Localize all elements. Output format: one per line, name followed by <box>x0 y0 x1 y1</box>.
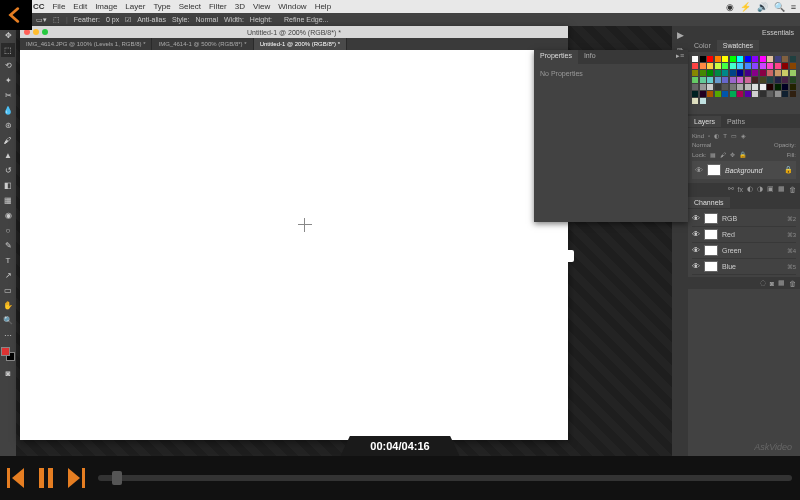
swatch[interactable] <box>752 77 758 83</box>
swatch[interactable] <box>760 91 766 97</box>
properties-panel[interactable]: Properties Info ▸≡ No Properties <box>534 50 688 222</box>
swatch[interactable] <box>760 63 766 69</box>
trash-icon[interactable]: 🗑 <box>789 186 796 193</box>
swatch[interactable] <box>767 84 773 90</box>
blend-mode[interactable]: Normal <box>692 142 711 148</box>
adjust-icon[interactable]: ◑ <box>757 185 763 193</box>
channel-row[interactable]: 👁RGB⌘2 <box>692 211 796 227</box>
new-layer-icon[interactable]: ▦ <box>778 185 785 193</box>
pen-tool[interactable]: ✎ <box>1 238 15 252</box>
menu-view[interactable]: View <box>253 2 270 11</box>
swatch[interactable] <box>700 77 706 83</box>
filter-smart-icon[interactable]: ◈ <box>741 132 746 139</box>
swatch[interactable] <box>737 77 743 83</box>
crop-tool[interactable]: ✂ <box>1 88 15 102</box>
swatch[interactable] <box>790 56 796 62</box>
wifi-icon[interactable]: ⚡ <box>740 2 751 12</box>
swatch[interactable] <box>767 70 773 76</box>
info-tab[interactable]: Info <box>578 50 602 64</box>
move-tool[interactable]: ✥ <box>1 28 15 42</box>
swatch[interactable] <box>760 77 766 83</box>
video-scrubber[interactable] <box>98 475 792 481</box>
stamp-tool[interactable]: ▲ <box>1 148 15 162</box>
swatch[interactable] <box>692 70 698 76</box>
layer-name[interactable]: Background <box>725 167 780 174</box>
swatch[interactable] <box>700 98 706 104</box>
visibility-icon[interactable]: 👁 <box>692 230 700 239</box>
antialias-checkbox[interactable]: ☑ <box>125 16 131 24</box>
swatch[interactable] <box>722 91 728 97</box>
tool-preset-icon[interactable]: ▭▾ <box>36 16 47 24</box>
pause-button[interactable] <box>32 460 60 496</box>
swatch[interactable] <box>715 70 721 76</box>
menu-select[interactable]: Select <box>179 2 201 11</box>
swatch[interactable] <box>745 56 751 62</box>
play-icon[interactable]: ▶ <box>677 30 684 40</box>
swatch[interactable] <box>707 91 713 97</box>
swatch[interactable] <box>692 91 698 97</box>
type-tool[interactable]: T <box>1 253 15 267</box>
swatch[interactable] <box>715 56 721 62</box>
swatch[interactable] <box>775 84 781 90</box>
visibility-icon[interactable]: 👁 <box>692 214 700 223</box>
quickmask-tool[interactable]: ◙ <box>1 366 15 380</box>
swatch[interactable] <box>767 91 773 97</box>
canvas[interactable] <box>20 50 568 440</box>
filter-adj-icon[interactable]: ◐ <box>714 132 719 139</box>
prev-button[interactable] <box>2 460 30 496</box>
swatch[interactable] <box>730 77 736 83</box>
layer-row-background[interactable]: 👁 Background 🔒 <box>692 161 796 179</box>
menu-filter[interactable]: Filter <box>209 2 227 11</box>
menu-help[interactable]: Help <box>315 2 331 11</box>
swatch[interactable] <box>775 77 781 83</box>
document-titlebar[interactable]: Untitled-1 @ 200% (RGB/8*) * <box>20 26 568 38</box>
trash-channel-icon[interactable]: 🗑 <box>789 280 796 287</box>
tab-2[interactable]: Untitled-1 @ 200% (RGB/8*) * <box>254 38 347 50</box>
hand-tool[interactable]: ✋ <box>1 298 15 312</box>
filter-shape-icon[interactable]: ▭ <box>731 132 737 139</box>
edit-toolbar-icon[interactable]: ⋯ <box>1 328 15 342</box>
next-button[interactable] <box>62 460 90 496</box>
swatch[interactable] <box>730 91 736 97</box>
swatch[interactable] <box>700 56 706 62</box>
lock-trans-icon[interactable]: ▦ <box>710 151 716 158</box>
filter-type-icon[interactable]: T <box>723 133 727 139</box>
swatch[interactable] <box>722 84 728 90</box>
heal-tool[interactable]: ⊛ <box>1 118 15 132</box>
tab-0[interactable]: IMG_4614.JPG @ 100% (Levels 1, RGB/8) * <box>20 38 152 50</box>
visibility-icon[interactable]: 👁 <box>692 246 700 255</box>
swatch[interactable] <box>790 91 796 97</box>
panel-menu-icon[interactable]: ▸≡ <box>672 50 688 64</box>
swatch[interactable] <box>700 84 706 90</box>
scrubber-thumb[interactable] <box>112 471 122 485</box>
swatch[interactable] <box>745 84 751 90</box>
mask-icon[interactable]: ◐ <box>747 185 753 193</box>
swatch[interactable] <box>752 84 758 90</box>
new-channel-icon[interactable]: ▦ <box>778 279 785 287</box>
lock-pixel-icon[interactable]: 🖌 <box>720 152 726 158</box>
eraser-tool[interactable]: ◧ <box>1 178 15 192</box>
brush-tool[interactable]: 🖌 <box>1 133 15 147</box>
swatch[interactable] <box>692 98 698 104</box>
swatches-tab[interactable]: Swatches <box>717 40 759 51</box>
swatch[interactable] <box>790 84 796 90</box>
lock-pos-icon[interactable]: ✥ <box>730 151 735 158</box>
marquee-tool[interactable]: ⬚ <box>1 43 15 57</box>
swatch[interactable] <box>700 91 706 97</box>
menu-window[interactable]: Window <box>278 2 306 11</box>
cc-icon[interactable]: ◉ <box>726 2 734 12</box>
swatch[interactable] <box>752 91 758 97</box>
swatch[interactable] <box>715 77 721 83</box>
swatch[interactable] <box>730 63 736 69</box>
swatch[interactable] <box>790 77 796 83</box>
swatch[interactable] <box>692 63 698 69</box>
menu-type[interactable]: Type <box>153 2 170 11</box>
swatch[interactable] <box>737 70 743 76</box>
color-tab[interactable]: Color <box>688 40 717 51</box>
swatch[interactable] <box>775 70 781 76</box>
swatch[interactable] <box>782 63 788 69</box>
wand-tool[interactable]: ✦ <box>1 73 15 87</box>
menu-extra-icon[interactable]: ≡ <box>791 2 796 12</box>
shape-tool[interactable]: ▭ <box>1 283 15 297</box>
swatch[interactable] <box>730 56 736 62</box>
